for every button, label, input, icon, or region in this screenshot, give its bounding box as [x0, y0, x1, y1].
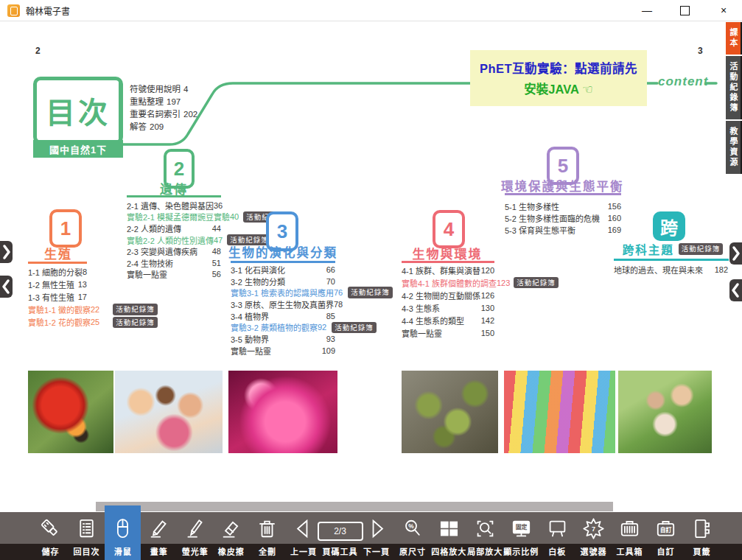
tool-label: 頁籤: [676, 544, 728, 560]
front-matter-item[interactable]: 解答209: [130, 120, 197, 133]
front-matter-label: 解答: [130, 122, 147, 131]
page-indicator: 2/3: [318, 522, 363, 541]
chapter-title: 生物與環境: [399, 244, 495, 262]
toc-entry[interactable]: 3-1 化石與演化66: [231, 264, 335, 276]
toc-entry[interactable]: 1-1 細胞的分裂8: [28, 265, 87, 278]
page-back-left-button[interactable]: [0, 276, 13, 298]
toc-entry[interactable]: 實驗一點靈150: [402, 326, 494, 339]
toc-entry[interactable]: 實驗2-2 人類的性別遺傳47活動紀錄簿: [127, 234, 221, 246]
toc-entry[interactable]: 3-3 原核、原生生物及真菌界78: [231, 298, 335, 310]
toc-entry[interactable]: 5-3 保育與生態平衡169: [505, 224, 621, 236]
toc-entry[interactable]: 4-4 生態系的類型142: [402, 314, 494, 326]
mouse-icon: [111, 514, 135, 543]
photo-colorful-plastic-objects: [504, 371, 615, 453]
phet-java-note[interactable]: PhET互動實驗：點選前請先 安裝JAVA ☜: [470, 50, 647, 106]
front-matter-item[interactable]: 重點整理197: [130, 95, 197, 108]
canvas-scrollbar[interactable]: [96, 502, 613, 511]
chapter-item-list: 5-1 生物多樣性1565-2 生物多樣性面臨的危機1605-3 保育與生態平衡…: [505, 200, 621, 236]
toc-entry[interactable]: 實驗3-2 蕨類植物的觀察92活動紀錄簿: [231, 321, 335, 333]
front-matter-item[interactable]: 符號使用說明4: [130, 83, 197, 95]
toc-entry[interactable]: 4-3 生態系130: [402, 301, 494, 314]
toc-entry[interactable]: 地球的過去、現在與未來182: [614, 264, 728, 276]
photo-pink-sea-anemone: [228, 371, 337, 453]
toc-entry-label: 3-4 植物界: [231, 310, 318, 322]
toc-entry[interactable]: 5-1 生物多樣性156: [505, 200, 621, 212]
toc-entry[interactable]: 1-2 無性生殖13: [28, 278, 87, 290]
toc-entry-page: 93: [318, 335, 335, 343]
highlighter-icon: [183, 514, 207, 543]
activity-book-badge[interactable]: 活動紀錄簿: [348, 287, 393, 298]
toc-entry[interactable]: 實驗一點靈56: [127, 269, 221, 281]
toc-entry-page: 36: [214, 201, 223, 210]
activity-book-badge[interactable]: 活動紀錄簿: [332, 322, 377, 334]
app-window: 翰林電子書 — × 2 3 目次 國中自然1下 符號使用說明4重點整理197重要…: [0, 0, 742, 560]
toc-entry-label: 3-3 原核、原生生物及真菌界: [231, 298, 334, 310]
toc-entry-label: 實驗4-1 族群個體數的調查: [402, 277, 497, 289]
toc-entry-page: 66: [318, 265, 335, 274]
front-matter-list: 符號使用說明4重點整理197重要名詞索引202解答209: [130, 83, 197, 133]
chapter-badge-跨[interactable]: 跨: [653, 211, 685, 241]
activity-book-badge[interactable]: 活動紀錄簿: [679, 243, 724, 255]
toc-entry[interactable]: 實驗一點靈109: [231, 345, 335, 357]
toc-entry[interactable]: 實驗1-2 花的觀察25活動紀錄簿: [28, 316, 87, 329]
toc-entry-label: 4-2 生物間的互動關係: [402, 290, 480, 301]
toc-entry[interactable]: 2-3 突變與遺傳疾病48: [127, 245, 221, 257]
front-matter-page: 4: [183, 85, 188, 94]
pointing-hand-icon: ☜: [582, 83, 593, 96]
toc-entry[interactable]: 實驗4-1 族群個體數的調查123活動紀錄簿: [402, 276, 494, 289]
toc-entry[interactable]: 3-4 植物界85: [231, 310, 335, 322]
toc-entry[interactable]: 2-4 生物技術51: [127, 257, 221, 269]
tool-page-tab[interactable]: 頁籤: [684, 512, 720, 560]
sidebar-tab-textbook[interactable]: 課本: [726, 22, 742, 55]
sidebar-tab-activity-book[interactable]: 活動紀錄簿: [726, 56, 742, 119]
toc-entry-label: 2-1 遺傳、染色體與基因: [127, 200, 214, 211]
area-zoom-icon: [473, 514, 497, 543]
toc-entry-label: 實驗2-1 模擬孟德爾豌豆實驗: [127, 211, 230, 223]
chapter-badge-1[interactable]: 1: [49, 209, 82, 248]
chapter-title-row: 跨科主題活動紀錄簿: [614, 241, 732, 257]
toc-entry[interactable]: 2-1 遺傳、染色體與基因36: [127, 200, 221, 211]
toc-entry-label: 5-2 生物多樣性面臨的危機: [505, 212, 603, 224]
toc-entry[interactable]: 1-3 有性生殖17: [28, 290, 87, 303]
toc-entry-page: 142: [477, 316, 494, 325]
toc-entry[interactable]: 3-5 動物界93: [231, 333, 335, 345]
toc-entry-label: 2-3 突變與遺傳疾病: [127, 245, 203, 257]
activity-book-badge[interactable]: 活動紀錄簿: [514, 277, 559, 289]
prev-page-icon: [291, 514, 315, 543]
toc-entry-page: 13: [74, 280, 87, 289]
toc-entry[interactable]: 3-2 生物的分類70: [231, 276, 335, 287]
back-to-toc-icon: [74, 514, 99, 543]
front-matter-item[interactable]: 重要名詞索引202: [130, 108, 197, 120]
toc-entry-page: 51: [203, 259, 221, 267]
toc-entry[interactable]: 4-1 族群、群集與演替120: [402, 264, 494, 276]
chapter-item-list: 地球的過去、現在與未來182: [614, 264, 728, 276]
toc-entry-page: 76: [334, 288, 343, 297]
page-forward-left-button[interactable]: [0, 241, 13, 263]
pen-icon: [147, 514, 171, 543]
number-picker-icon: 7: [581, 514, 606, 543]
toc-entry-page: 44: [203, 224, 221, 233]
toc-entry[interactable]: 實驗2-1 模擬孟德爾豌豆實驗40活動紀錄簿: [127, 211, 221, 223]
sidebar-tab-teaching-resources[interactable]: 教學資源: [726, 121, 742, 174]
activity-book-badge[interactable]: 活動紀錄簿: [113, 304, 158, 315]
phet-note-line2: 安裝JAVA: [524, 83, 578, 96]
maximize-button[interactable]: [677, 1, 693, 20]
toc-entry[interactable]: 5-2 生物多樣性面臨的危機160: [505, 212, 621, 224]
close-button[interactable]: ×: [715, 1, 732, 20]
toc-entry[interactable]: 實驗3-1 檢索表的認識與應用76活動紀錄簿: [231, 287, 335, 298]
toc-entry[interactable]: 實驗1-1 黴的觀察22活動紀錄簿: [28, 304, 87, 316]
toc-entry[interactable]: 4-2 生物間的互動關係126: [402, 289, 494, 301]
minimize-button[interactable]: —: [639, 1, 655, 20]
content-label: content: [658, 74, 705, 89]
toc-entry-page: 126: [480, 291, 494, 300]
activity-book-badge[interactable]: 活動紀錄簿: [113, 317, 158, 329]
page-back-right-button[interactable]: [729, 279, 742, 301]
chapter-badge-4[interactable]: 4: [433, 210, 465, 248]
toc-entry-page: 78: [334, 300, 343, 309]
toc-entry-page: 25: [91, 318, 99, 326]
toc-entry[interactable]: 2-2 人類的遺傳44: [127, 223, 221, 234]
page-forward-right-button[interactable]: [729, 242, 742, 265]
display-scale-icon: 固定: [509, 514, 533, 543]
svg-text:固定: 固定: [515, 523, 527, 531]
toc-entry-page: 150: [477, 329, 494, 337]
